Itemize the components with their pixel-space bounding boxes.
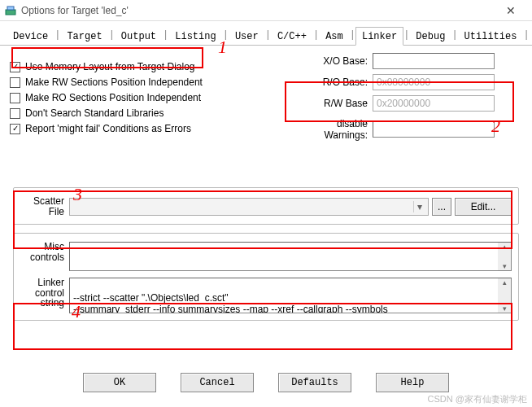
tab-asm[interactable]: Asm (319, 27, 350, 46)
rw-base-label: R/W Base (291, 98, 373, 109)
tab-linker[interactable]: Linker (355, 27, 403, 46)
scrollbar[interactable]: ▴▾ (498, 243, 511, 270)
tab-utilities[interactable]: Utilities (458, 27, 524, 46)
help-button[interactable]: Help (376, 373, 449, 392)
linker-control-string-label: Linker control string (20, 278, 69, 309)
disable-warnings-input[interactable] (373, 121, 495, 138)
tab-target[interactable]: Target (60, 27, 108, 46)
ok-button[interactable]: OK (83, 373, 156, 392)
ro-base-label: R/O Base: (291, 77, 373, 88)
svg-rect-0 (6, 10, 15, 15)
tab-listing[interactable]: Listing (168, 27, 222, 46)
chevron-down-icon: ▾ (413, 201, 426, 212)
make-ro-pi-label: Make RO Sections Position Independent (25, 92, 201, 103)
xo-base-label: X/O Base: (291, 55, 373, 67)
controls-group: Misc controls ▴▾ Linker control string -… (13, 233, 519, 321)
ro-base-input[interactable]: 0x08000000 (373, 74, 495, 90)
scatter-file-combo[interactable]: ▾ (69, 198, 429, 216)
make-rw-pi-checkbox[interactable] (10, 77, 20, 88)
tab-bar: Device| Target| Output| Listing| User| C… (0, 21, 532, 46)
make-ro-pi-checkbox[interactable] (10, 93, 20, 103)
make-rw-pi-label: Make RW Sections Position Independent (25, 77, 203, 88)
rw-base-input[interactable]: 0x20000000 (373, 95, 495, 112)
watermark: CSDN @家有仙妻谢学柜 (428, 393, 527, 405)
report-might-fail-label: Report 'might fail' Conditions as Errors (25, 123, 191, 134)
dont-search-std-checkbox[interactable] (10, 108, 20, 119)
disable-warnings-label: disable Warnings: (291, 118, 373, 141)
tab-ccpp[interactable]: C/C++ (271, 27, 313, 46)
misc-controls-label: Misc controls (20, 242, 69, 262)
scatter-browse-button[interactable]: ... (432, 198, 451, 216)
window-title: Options for Target 'led_c' (21, 5, 495, 16)
tab-output[interactable]: Output (115, 27, 163, 46)
scatter-edit-button[interactable]: Edit... (455, 198, 512, 216)
defaults-button[interactable]: Defaults (278, 373, 351, 392)
linker-panel: Use Memory Layout from Target Dialog Mak… (0, 46, 532, 335)
dialog-buttons: OK Cancel Defaults Help (0, 373, 532, 392)
scatter-group: Scatter File ▾ ... Edit... (13, 187, 519, 225)
tab-device[interactable]: Device (7, 27, 55, 46)
titlebar: Options for Target 'led_c' ✕ (0, 0, 532, 21)
linker-control-string-input[interactable]: --strict --scatter ".\Objects\led_c.sct"… (69, 278, 512, 313)
tab-user[interactable]: User (229, 27, 265, 46)
report-might-fail-checkbox[interactable] (10, 124, 20, 134)
cancel-button[interactable]: Cancel (181, 373, 254, 392)
misc-controls-input[interactable]: ▴▾ (69, 242, 512, 271)
xo-base-input[interactable] (373, 53, 495, 69)
tab-debug[interactable]: Debug (409, 27, 451, 46)
dont-search-std-label: Don't Search Standard Libraries (25, 107, 164, 119)
app-icon (5, 5, 16, 16)
use-memory-layout-checkbox[interactable] (10, 62, 20, 72)
base-fields: X/O Base: R/O Base: 0x08000000 R/W Base … (291, 49, 519, 142)
close-button[interactable]: ✕ (495, 4, 527, 17)
scatter-file-label: Scatter File (20, 196, 69, 217)
svg-rect-1 (7, 7, 14, 10)
use-memory-layout-label: Use Memory Layout from Target Dialog (25, 61, 195, 72)
scrollbar[interactable]: ▴▾ (498, 278, 511, 313)
